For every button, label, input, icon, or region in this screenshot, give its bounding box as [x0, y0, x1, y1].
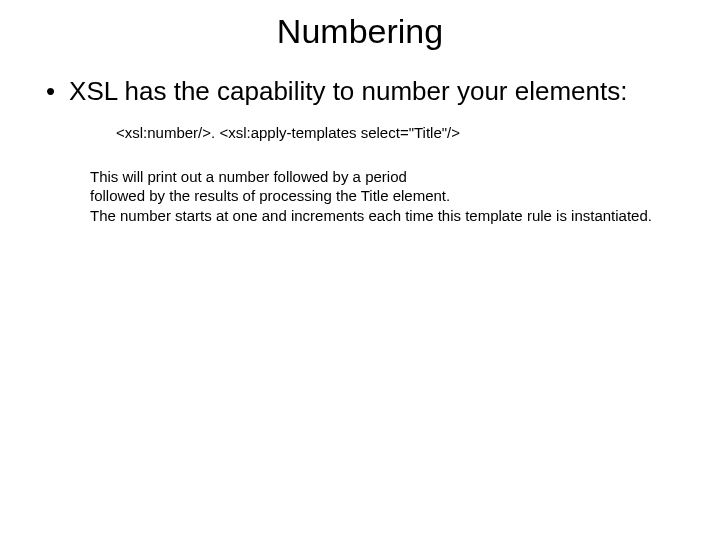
- bullet-text: XSL has the capability to number your el…: [69, 75, 627, 108]
- code-snippet: <xsl:number/>. <xsl:apply-templates sele…: [116, 124, 680, 141]
- slide-title: Numbering: [40, 12, 680, 51]
- bullet-marker: •: [46, 75, 55, 108]
- description-text: This will print out a number followed by…: [90, 167, 670, 226]
- slide-container: Numbering • XSL has the capability to nu…: [0, 0, 720, 540]
- bullet-item: • XSL has the capability to number your …: [40, 75, 680, 108]
